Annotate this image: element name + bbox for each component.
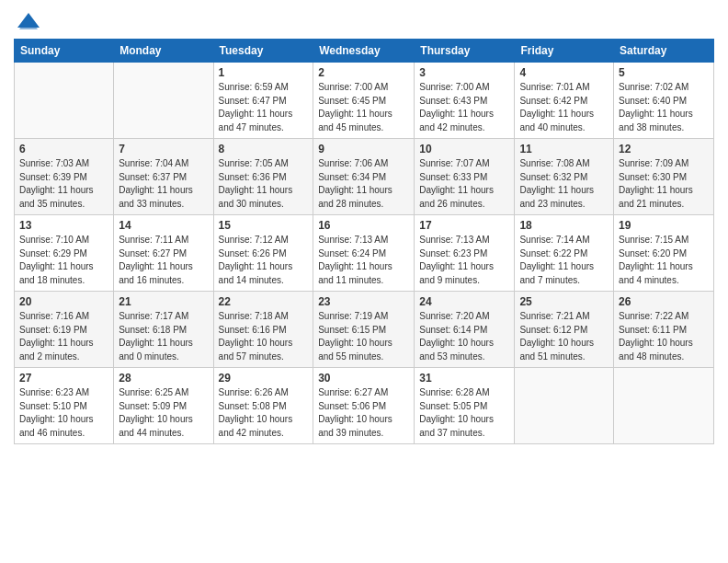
calendar-cell (114, 63, 213, 139)
day-info: Sunrise: 7:12 AM Sunset: 6:26 PM Dayligh… (219, 234, 309, 287)
day-info: Sunrise: 7:02 AM Sunset: 6:40 PM Dayligh… (619, 81, 709, 134)
calendar-cell: 19Sunrise: 7:15 AM Sunset: 6:20 PM Dayli… (614, 215, 714, 292)
day-info: Sunrise: 7:16 AM Sunset: 6:19 PM Dayligh… (19, 310, 108, 363)
calendar-week-row: 27Sunrise: 6:23 AM Sunset: 5:10 PM Dayli… (15, 368, 714, 444)
calendar-cell: 9Sunrise: 7:06 AM Sunset: 6:34 PM Daylig… (313, 139, 415, 215)
calendar-cell: 12Sunrise: 7:09 AM Sunset: 6:30 PM Dayli… (614, 139, 714, 215)
calendar-cell: 11Sunrise: 7:08 AM Sunset: 6:32 PM Dayli… (515, 139, 614, 215)
header (14, 9, 714, 31)
calendar-day-header: Wednesday (313, 40, 415, 63)
day-number: 7 (119, 143, 208, 155)
calendar-cell: 25Sunrise: 7:21 AM Sunset: 6:12 PM Dayli… (515, 292, 614, 368)
day-info: Sunrise: 6:59 AM Sunset: 6:47 PM Dayligh… (219, 81, 309, 134)
calendar-header-row: SundayMondayTuesdayWednesdayThursdayFrid… (15, 40, 714, 63)
day-number: 12 (619, 143, 709, 155)
day-info: Sunrise: 7:10 AM Sunset: 6:29 PM Dayligh… (19, 234, 108, 287)
day-number: 9 (318, 143, 409, 155)
calendar-cell (515, 368, 614, 444)
day-number: 31 (419, 372, 509, 385)
day-number: 24 (419, 295, 509, 308)
calendar-cell: 23Sunrise: 7:19 AM Sunset: 6:15 PM Dayli… (313, 292, 415, 368)
calendar-week-row: 20Sunrise: 7:16 AM Sunset: 6:19 PM Dayli… (15, 292, 714, 368)
day-number: 18 (519, 219, 609, 232)
calendar-cell: 4Sunrise: 7:01 AM Sunset: 6:42 PM Daylig… (515, 63, 614, 139)
day-number: 6 (19, 143, 108, 155)
day-number: 15 (219, 219, 309, 232)
calendar-cell: 31Sunrise: 6:28 AM Sunset: 5:05 PM Dayli… (415, 368, 515, 444)
day-number: 22 (219, 295, 309, 308)
calendar-table: SundayMondayTuesdayWednesdayThursdayFrid… (14, 39, 714, 444)
calendar-day-header: Saturday (614, 40, 714, 63)
day-number: 21 (119, 295, 208, 308)
calendar-cell: 8Sunrise: 7:05 AM Sunset: 6:36 PM Daylig… (213, 139, 313, 215)
calendar-day-header: Monday (114, 40, 213, 63)
page: SundayMondayTuesdayWednesdayThursdayFrid… (0, 0, 728, 563)
logo (14, 9, 41, 31)
calendar-cell: 17Sunrise: 7:13 AM Sunset: 6:23 PM Dayli… (415, 215, 515, 292)
calendar-cell: 1Sunrise: 6:59 AM Sunset: 6:47 PM Daylig… (213, 63, 313, 139)
day-number: 10 (419, 143, 509, 155)
day-number: 4 (519, 66, 609, 79)
day-number: 14 (119, 219, 208, 232)
calendar-cell: 27Sunrise: 6:23 AM Sunset: 5:10 PM Dayli… (15, 368, 114, 444)
day-number: 29 (219, 372, 309, 385)
day-info: Sunrise: 6:23 AM Sunset: 5:10 PM Dayligh… (19, 386, 108, 440)
calendar-cell: 5Sunrise: 7:02 AM Sunset: 6:40 PM Daylig… (614, 63, 714, 139)
day-info: Sunrise: 7:21 AM Sunset: 6:12 PM Dayligh… (519, 310, 609, 363)
day-info: Sunrise: 6:27 AM Sunset: 5:06 PM Dayligh… (318, 386, 409, 440)
day-number: 16 (318, 219, 409, 232)
day-info: Sunrise: 7:19 AM Sunset: 6:15 PM Dayligh… (318, 310, 409, 363)
calendar-week-row: 6Sunrise: 7:03 AM Sunset: 6:39 PM Daylig… (15, 139, 714, 215)
day-info: Sunrise: 7:06 AM Sunset: 6:34 PM Dayligh… (318, 157, 409, 211)
day-info: Sunrise: 7:08 AM Sunset: 6:32 PM Dayligh… (519, 157, 609, 211)
calendar-cell: 30Sunrise: 6:27 AM Sunset: 5:06 PM Dayli… (313, 368, 415, 444)
day-number: 8 (219, 143, 309, 155)
day-number: 30 (318, 372, 409, 385)
day-number: 25 (519, 295, 609, 308)
day-info: Sunrise: 7:07 AM Sunset: 6:33 PM Dayligh… (419, 157, 509, 211)
calendar-day-header: Friday (515, 40, 614, 63)
calendar-day-header: Sunday (15, 40, 114, 63)
day-info: Sunrise: 7:00 AM Sunset: 6:45 PM Dayligh… (318, 81, 409, 134)
calendar-cell (15, 63, 114, 139)
day-info: Sunrise: 7:09 AM Sunset: 6:30 PM Dayligh… (619, 157, 709, 211)
day-number: 27 (19, 372, 108, 385)
day-info: Sunrise: 7:22 AM Sunset: 6:11 PM Dayligh… (619, 310, 709, 363)
day-info: Sunrise: 7:14 AM Sunset: 6:22 PM Dayligh… (519, 234, 609, 287)
day-number: 11 (519, 143, 609, 155)
day-number: 5 (619, 66, 709, 79)
calendar-cell: 7Sunrise: 7:04 AM Sunset: 6:37 PM Daylig… (114, 139, 213, 215)
day-number: 20 (19, 295, 108, 308)
day-info: Sunrise: 7:18 AM Sunset: 6:16 PM Dayligh… (219, 310, 309, 363)
calendar-day-header: Tuesday (213, 40, 313, 63)
day-number: 3 (419, 66, 509, 79)
day-info: Sunrise: 7:17 AM Sunset: 6:18 PM Dayligh… (119, 310, 208, 363)
calendar-cell: 20Sunrise: 7:16 AM Sunset: 6:19 PM Dayli… (15, 292, 114, 368)
calendar-cell: 21Sunrise: 7:17 AM Sunset: 6:18 PM Dayli… (114, 292, 213, 368)
day-number: 2 (318, 66, 409, 79)
day-number: 23 (318, 295, 409, 308)
day-info: Sunrise: 7:13 AM Sunset: 6:23 PM Dayligh… (419, 234, 509, 287)
day-number: 28 (119, 372, 208, 385)
day-info: Sunrise: 7:20 AM Sunset: 6:14 PM Dayligh… (419, 310, 509, 363)
calendar-cell: 22Sunrise: 7:18 AM Sunset: 6:16 PM Dayli… (213, 292, 313, 368)
day-info: Sunrise: 6:25 AM Sunset: 5:09 PM Dayligh… (119, 386, 208, 440)
day-info: Sunrise: 7:01 AM Sunset: 6:42 PM Dayligh… (519, 81, 609, 134)
day-info: Sunrise: 7:13 AM Sunset: 6:24 PM Dayligh… (318, 234, 409, 287)
calendar-cell: 6Sunrise: 7:03 AM Sunset: 6:39 PM Daylig… (15, 139, 114, 215)
calendar-day-header: Thursday (415, 40, 515, 63)
calendar-cell (614, 368, 714, 444)
calendar-cell: 16Sunrise: 7:13 AM Sunset: 6:24 PM Dayli… (313, 215, 415, 292)
calendar-cell: 13Sunrise: 7:10 AM Sunset: 6:29 PM Dayli… (15, 215, 114, 292)
day-number: 1 (219, 66, 309, 79)
day-info: Sunrise: 7:05 AM Sunset: 6:36 PM Dayligh… (219, 157, 309, 211)
calendar-week-row: 13Sunrise: 7:10 AM Sunset: 6:29 PM Dayli… (15, 215, 714, 292)
day-info: Sunrise: 7:11 AM Sunset: 6:27 PM Dayligh… (119, 234, 208, 287)
calendar-cell: 24Sunrise: 7:20 AM Sunset: 6:14 PM Dayli… (415, 292, 515, 368)
calendar-cell: 15Sunrise: 7:12 AM Sunset: 6:26 PM Dayli… (213, 215, 313, 292)
calendar-cell: 18Sunrise: 7:14 AM Sunset: 6:22 PM Dayli… (515, 215, 614, 292)
day-info: Sunrise: 7:04 AM Sunset: 6:37 PM Dayligh… (119, 157, 208, 211)
day-number: 26 (619, 295, 709, 308)
calendar-cell: 29Sunrise: 6:26 AM Sunset: 5:08 PM Dayli… (213, 368, 313, 444)
day-info: Sunrise: 7:00 AM Sunset: 6:43 PM Dayligh… (419, 81, 509, 134)
